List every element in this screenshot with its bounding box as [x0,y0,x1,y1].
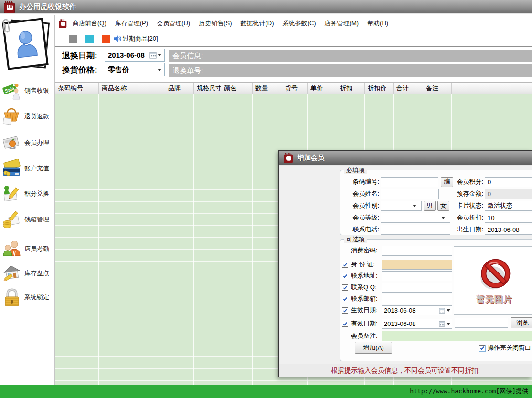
sidebar-item-sales-checkout[interactable]: Sale 销售收银 [0,79,55,102]
male-button[interactable]: 男 [424,201,436,211]
optional-fields-group: 可选项 消费密码: 身 份 证: 联系地址: [340,239,532,361]
sidebar: Sale 销售收银 退货返款 [0,15,55,385]
date-dropdown-arrow-icon[interactable] [158,54,161,56]
start-date-input[interactable]: 2013-06-08 [382,305,452,315]
email-label: 联系邮箱: [351,294,382,303]
card-status-input[interactable]: 激活状态 [485,201,532,211]
menu-item-system-params[interactable]: 系统参数(C) [283,17,316,30]
menu-item-store-front[interactable]: 商店前台(Q) [73,17,106,30]
sidebar-item-stock-check[interactable]: 库存盘点 [0,262,55,285]
menu-item-store-management[interactable]: 店务管理(M) [325,17,359,30]
column-header[interactable]: 单价 [308,83,337,94]
return-date-label: 退换日期: [62,50,97,61]
dialog-titlebar[interactable]: 增加会员 [279,151,532,166]
close-on-complete-checkbox[interactable] [479,345,485,351]
sidebar-item-label: 店员考勤 [24,245,49,253]
level-dropdown-arrow-icon[interactable] [441,217,445,219]
calendar-icon[interactable] [439,321,445,327]
sidebar-item-label: 系统锁定 [24,293,49,302]
remark-input[interactable] [382,331,532,341]
id-checkbox[interactable] [342,262,348,268]
menu-item-sales-history[interactable]: 历史销售(S) [199,17,232,30]
member-name-input[interactable] [381,189,439,199]
menu-item-help[interactable]: 帮助(H) [367,17,388,30]
id-input[interactable] [382,260,452,270]
photo-path-input[interactable] [455,318,508,328]
column-header[interactable]: 折扣价 [365,83,394,94]
bottom-status-bar: http://www.hackhome.com[网侠]提供 [0,385,532,398]
column-header[interactable]: 备注 [423,83,452,94]
return-date-input[interactable]: 2013-06-08 [105,49,165,62]
menu-item-members[interactable]: 会员管理(U) [157,17,190,30]
sidebar-item-system-lock[interactable]: 系统锁定 [0,286,55,309]
member-level-select[interactable] [381,213,450,223]
start-date-dropdown-arrow-icon[interactable] [447,309,450,312]
qq-checkbox[interactable] [342,284,348,291]
menu-item-statistics[interactable]: 数据统计(D) [241,17,274,30]
add-member-dialog: 增加会员 必填项 条码编号: 编 会员积分: 0 [278,150,532,377]
speaker-icon[interactable] [113,34,122,43]
column-header[interactable]: 货号 [282,83,308,94]
calendar-icon[interactable] [149,52,157,59]
sidebar-item-label: 账户充值 [24,164,49,173]
app-logo-icon [4,1,15,13]
address-input[interactable] [382,271,452,281]
sidebar-item-staff-attendance[interactable]: 店员考勤 [0,238,55,261]
edit-barcode-button[interactable]: 编 [441,177,453,187]
end-date-checkbox[interactable] [342,321,348,327]
expired-goods-label[interactable]: 过期商品[20] [123,34,158,43]
member-level-label: 会员等级: [340,213,381,222]
column-header[interactable]: 数量 [253,83,282,94]
qq-input[interactable] [382,283,452,293]
titlebar: 办公用品收银软件 [0,0,532,14]
column-header[interactable]: 折扣 [337,83,365,94]
column-header[interactable]: 条码编号 [55,83,99,94]
required-group-label: 必填项 [344,167,367,174]
calendar-icon[interactable] [439,307,445,314]
address-checkbox[interactable] [342,273,348,279]
column-header[interactable]: 品牌 [165,83,194,94]
menu-item-inventory[interactable]: 库存管理(P) [115,17,148,30]
menu-logo-icon [59,19,67,28]
sidebar-item-label: 库存盘点 [24,269,49,278]
column-header[interactable]: 商品名称 [99,83,165,94]
member-photo-icon [2,17,53,75]
female-button[interactable]: 女 [437,201,449,211]
return-basket-icon [2,107,21,126]
sidebar-item-label: 退货返款 [24,112,49,121]
add-member-button[interactable]: 增加(A) [355,342,392,354]
qq-label: 联系Q Q: [351,283,382,292]
end-date-input[interactable]: 2013-06-08 [382,319,452,329]
browse-button[interactable]: 浏览 [511,317,532,328]
close-on-complete-option[interactable]: 操作完关闭窗口 [479,344,531,352]
column-header[interactable]: 合计 [394,83,423,94]
sidebar-item-return-refund[interactable]: 退货返款 [0,105,55,128]
price-dropdown-arrow-icon[interactable] [158,69,161,71]
toolbar: 过期商品[20] [55,31,532,46]
sidebar-item-label: 积分兑换 [24,189,49,198]
sidebar-item-member-service[interactable]: 会员办理 [0,131,55,154]
exchange-price-label: 换货价格: [62,64,97,75]
email-input[interactable] [382,294,452,304]
gender-dropdown-arrow-icon[interactable] [413,205,416,207]
sidebar-item-label: 销售收银 [24,86,49,95]
password-input[interactable] [382,246,452,256]
phone-input[interactable] [381,225,450,235]
end-date-dropdown-arrow-icon[interactable] [447,323,450,325]
column-header[interactable]: 颜色 [221,83,253,94]
birth-date-input[interactable]: 2013-06-08 [485,225,532,235]
member-discount-input[interactable]: 10 [485,213,532,223]
email-checkbox[interactable] [342,296,348,302]
birth-date-label: 出生日期: [455,225,485,234]
sidebar-item-cashbox-management[interactable]: 钱箱管理 [0,208,55,231]
sidebar-item-points-exchange[interactable]: 积分兑换 [0,182,55,205]
start-date-checkbox[interactable] [342,307,348,314]
points-input[interactable]: 0 [485,177,532,187]
paperclip-icon [0,18,12,35]
barcode-input[interactable] [381,177,438,187]
column-header[interactable]: 规格尺寸 [194,83,221,94]
gender-select[interactable] [381,201,422,211]
end-date-label: 有效日期: [351,319,382,328]
sidebar-item-account-recharge[interactable]: 账户充值 [0,157,55,180]
exchange-price-select[interactable]: 零售价 [105,63,165,76]
